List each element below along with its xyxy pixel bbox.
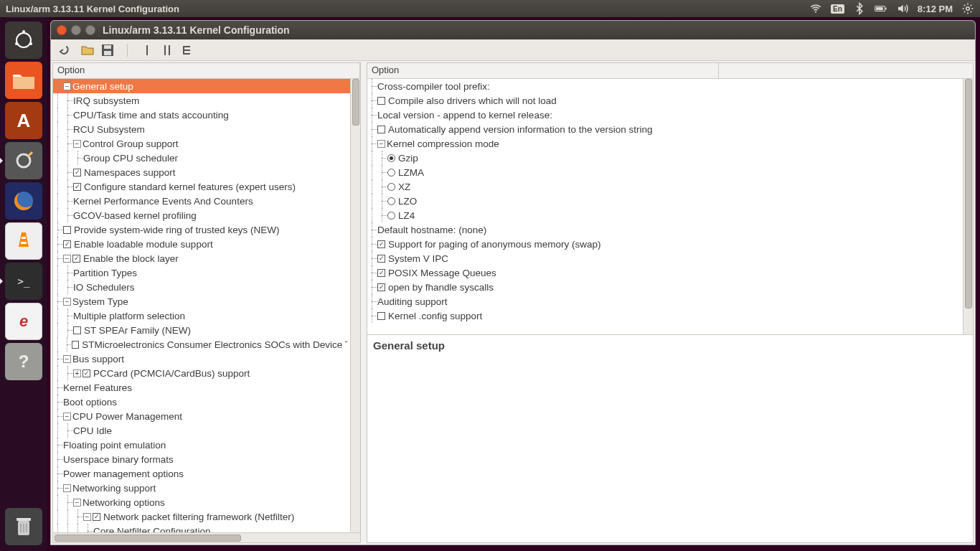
tree-row[interactable]: LZ4 [367,208,963,222]
toolbar-tree-view-button[interactable] [179,42,195,58]
checkbox[interactable]: ✓ [73,183,81,191]
toolbar-back-button[interactable] [55,42,71,58]
launcher-terminal[interactable]: >_ [5,263,42,300]
checkbox[interactable]: ✓ [377,240,385,248]
radio[interactable] [387,154,395,162]
tree-row[interactable]: Userspace binary formats [53,452,350,466]
tree-row[interactable]: −System Type [53,294,350,309]
tree-row[interactable]: Kernel Performance Events And Counters [53,194,350,208]
launcher-help[interactable]: ? [5,343,42,380]
collapse-toggle[interactable]: − [63,484,71,492]
right-tree[interactable]: Cross-compiler tool prefix:Compile also … [367,79,963,326]
radio[interactable] [387,197,395,205]
radio[interactable] [387,183,395,191]
gear-icon[interactable] [961,2,974,15]
tree-row[interactable]: Local version - append to kernel release… [367,108,963,122]
tree-row[interactable]: Boot options [53,395,350,409]
toolbar-split-view-button[interactable] [159,42,175,58]
launcher-trash[interactable] [5,508,42,545]
collapse-toggle[interactable]: − [63,413,71,420]
tree-row[interactable]: Core Netfilter Configuration [53,524,350,532]
checkbox[interactable]: ✓ [73,169,81,176]
tree-row[interactable]: LZMA [367,165,963,179]
tree-row[interactable]: −General setup [53,79,350,93]
tree-row[interactable]: Gzip [367,151,963,165]
right-col-option[interactable]: Option [367,63,719,78]
tree-row[interactable]: Multiple platform selection [53,309,350,323]
launcher-document-viewer[interactable]: e [5,303,42,340]
tree-row[interactable]: IO Schedulers [53,280,350,294]
checkbox[interactable] [73,326,81,334]
launcher-files[interactable] [5,62,42,99]
scrollbar-thumb[interactable] [55,534,241,542]
radio[interactable] [387,169,395,176]
tree-row[interactable]: Default hostname: (none) [367,222,963,237]
expand-toggle[interactable]: + [73,369,81,377]
collapse-toggle[interactable]: − [63,83,71,90]
toolbar-single-view-button[interactable] [139,42,155,58]
tree-row[interactable]: Automatically append version information… [367,122,963,136]
window-maximize-button[interactable] [85,25,95,35]
tree-row[interactable]: +✓PCCard (PCMCIA/CardBus) support [53,366,350,380]
tree-row[interactable]: −Kernel compression mode [367,136,963,151]
tree-row[interactable]: Kernel .config support [367,309,963,323]
tree-row[interactable]: IRQ subsystem [53,93,350,108]
left-vscrollbar[interactable] [350,79,360,532]
tree-row[interactable]: Cross-compiler tool prefix: [367,79,963,93]
tree-row[interactable]: −✓Network packet filtering framework (Ne… [53,509,350,524]
tree-row[interactable]: −Bus support [53,352,350,366]
checkbox[interactable] [377,97,385,105]
scrollbar-thumb[interactable] [352,79,359,126]
tree-row[interactable]: CPU Idle [53,423,350,438]
tree-row[interactable]: Compile also drivers which will not load [367,93,963,108]
checkbox[interactable]: ✓ [83,369,90,377]
checkbox[interactable]: ✓ [93,513,100,521]
right-column-headers[interactable]: Option [367,63,973,79]
tree-row[interactable]: ✓Configure standard kernel features (exp… [53,179,350,194]
tree-row[interactable]: ✓System V IPC [367,251,963,265]
window-minimize-button[interactable] [71,25,81,35]
checkbox[interactable] [63,226,71,234]
tree-row[interactable]: −✓Enable the block layer [53,251,350,265]
right-vscrollbar[interactable] [963,79,973,334]
left-hscrollbar[interactable] [53,532,360,542]
left-tree[interactable]: −General setupIRQ subsystemCPU/Task time… [53,79,350,532]
tree-row[interactable]: Power management options [53,466,350,481]
left-column-headers[interactable]: Option [53,63,360,79]
collapse-toggle[interactable]: − [73,499,81,507]
radio[interactable] [387,212,395,220]
tree-row[interactable]: Kernel Features [53,380,350,395]
checkbox[interactable]: ✓ [63,240,71,248]
tree-row[interactable]: ✓Namespaces support [53,165,350,179]
sound-icon[interactable] [896,2,909,15]
collapse-toggle[interactable]: − [83,513,91,521]
tree-row[interactable]: −CPU Power Management [53,409,350,423]
checkbox[interactable] [377,126,385,133]
language-indicator[interactable]: En [831,4,844,14]
checkbox[interactable] [377,312,385,320]
window-close-button[interactable] [57,25,67,35]
launcher-software-center[interactable]: A [5,102,42,139]
tree-row[interactable]: −Control Group support [53,136,350,151]
tree-row[interactable]: Floating point emulation [53,438,350,452]
tree-row[interactable]: LZO [367,194,963,208]
bluetooth-icon[interactable] [853,2,866,15]
tree-row[interactable]: −Networking support [53,481,350,495]
right-col-rest[interactable] [719,63,973,78]
battery-icon[interactable] [875,2,887,15]
tree-row[interactable]: Auditing support [367,294,963,309]
launcher-dash[interactable] [5,22,42,59]
window-titlebar[interactable]: Linux/arm 3.13.11 Kernel Configuration [51,21,975,39]
checkbox[interactable]: ✓ [72,255,80,263]
tree-row[interactable]: ✓POSIX Message Queues [367,265,963,280]
collapse-toggle[interactable]: − [73,140,81,148]
checkbox[interactable]: ✓ [377,269,385,277]
scrollbar-thumb[interactable] [965,79,972,309]
collapse-toggle[interactable]: − [377,140,385,148]
collapse-toggle[interactable]: − [63,255,71,263]
launcher-firefox[interactable] [5,182,42,220]
left-col-option[interactable]: Option [53,63,360,78]
tree-row[interactable]: Provide system-wide ring of trusted keys… [53,222,350,237]
tree-row[interactable]: CPU/Task time and stats accounting [53,108,350,122]
toolbar-open-button[interactable] [80,42,95,58]
